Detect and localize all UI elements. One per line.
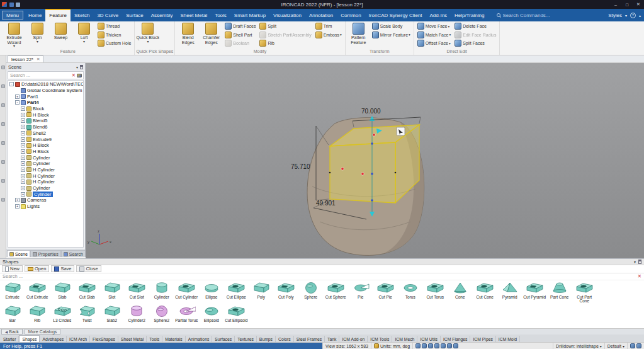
catalog-item-cut-slab[interactable]: Cut Slab bbox=[75, 281, 100, 305]
pan-icon[interactable] bbox=[441, 343, 446, 348]
expand-icon[interactable]: + bbox=[21, 156, 25, 160]
ribbon-collapse-icon[interactable] bbox=[639, 13, 641, 18]
viewport[interactable]: 70.000 75.710 49.901 x y z bbox=[86, 63, 644, 258]
panel-tab-properties[interactable]: Properties bbox=[30, 250, 61, 257]
catalog-tab-icm-add-on[interactable]: ICM Add-on bbox=[339, 336, 368, 342]
clear-search-icon[interactable] bbox=[72, 73, 76, 77]
expand-icon[interactable]: + bbox=[21, 149, 25, 154]
expand-icon[interactable]: + bbox=[21, 118, 25, 123]
catalog-item-cut-torus[interactable]: Cut Torus bbox=[423, 281, 448, 305]
mirror-feature-button[interactable]: Mirror Feature▾ bbox=[370, 31, 412, 40]
catalog-item-part-cone[interactable]: Part Cone bbox=[547, 281, 572, 305]
catalog-item-pie[interactable]: Pie bbox=[348, 281, 373, 305]
tree-item-h-cylinder[interactable]: +H Cylinder bbox=[8, 179, 83, 185]
expand-icon[interactable]: + bbox=[21, 192, 25, 197]
chamfer-edges-button[interactable]: Chamfer Edges bbox=[200, 22, 223, 49]
settings-icon[interactable] bbox=[1, 198, 5, 202]
new-catalog-button[interactable]: New bbox=[2, 265, 23, 272]
tree-item-h-block[interactable]: +H Block bbox=[8, 149, 83, 155]
tree-item-global-coordinate-system[interactable]: Global Coordinate System bbox=[8, 88, 83, 94]
zoom-in-icon[interactable] bbox=[422, 343, 427, 348]
dim-height-text[interactable]: 75.710 bbox=[291, 163, 310, 170]
catalog-item-pyramid[interactable]: Pyramid bbox=[497, 281, 523, 305]
catalog-item-cut-slot[interactable]: Cut Slot bbox=[125, 281, 150, 305]
menu-tab-tools[interactable]: Tools bbox=[211, 9, 230, 21]
units-value[interactable]: mm, deg bbox=[393, 344, 410, 348]
catalog-tab-textures[interactable]: Textures bbox=[235, 336, 257, 342]
menu-tab-menu[interactable]: Menu bbox=[2, 11, 23, 20]
display-mode-icon[interactable] bbox=[630, 343, 635, 348]
catalog-item-cylinder[interactable]: Cylinder bbox=[149, 281, 174, 305]
extrude-wizard-button[interactable]: Extrude Wizard▾ bbox=[3, 22, 26, 49]
chevron-down-icon[interactable] bbox=[634, 259, 636, 265]
menu-tab-sketch[interactable]: Sketch bbox=[71, 9, 93, 21]
catalog-item-sphere2[interactable]: Sphere2 bbox=[149, 304, 174, 328]
expand-icon[interactable]: + bbox=[21, 113, 25, 117]
expand-icon[interactable]: + bbox=[15, 198, 20, 202]
offset-face-button[interactable]: Offset Face▾ bbox=[415, 39, 453, 48]
catalog-item-slab2[interactable]: Slab2 bbox=[99, 304, 125, 328]
tree-item-blend5[interactable]: +Blend5 bbox=[8, 118, 83, 124]
catalog-tab-advshapes[interactable]: Advshapes bbox=[40, 336, 67, 342]
viewport-canvas[interactable]: 70.000 75.710 49.901 x y z bbox=[86, 63, 644, 258]
maximize-button[interactable]: □ bbox=[621, 0, 633, 9]
tree-item-part1[interactable]: +Part1 bbox=[8, 93, 83, 100]
tree-item-part4[interactable]: -Part4 bbox=[8, 100, 83, 106]
measure-icon[interactable] bbox=[1, 179, 5, 183]
catalog-tab-icm-tools[interactable]: ICM Tools bbox=[368, 336, 392, 342]
catalog-item-cut-part-cone[interactable]: Cut Part Cone bbox=[572, 281, 597, 305]
menu-tab-home[interactable]: Home bbox=[25, 9, 45, 21]
catalog-item-ellipse[interactable]: Ellipse bbox=[199, 281, 224, 305]
catalog-tab-surfaces[interactable]: Surfaces bbox=[212, 336, 235, 342]
expand-icon[interactable]: + bbox=[21, 180, 25, 184]
expand-icon[interactable]: + bbox=[21, 143, 25, 147]
catalog-tab-icm-pipes[interactable]: ICM Pipes bbox=[470, 336, 495, 342]
catalog-item-cone[interactable]: Cone bbox=[448, 281, 473, 305]
close-tab-icon[interactable]: ✕ bbox=[37, 57, 40, 62]
help-icon[interactable]: ? bbox=[630, 13, 636, 18]
catalog-tab-sheet-metal[interactable]: Sheet Metal bbox=[118, 336, 147, 342]
catalog-item-cut-ellipse[interactable]: Cut Ellipse bbox=[224, 281, 249, 305]
catalog-tab-tools[interactable]: Tools bbox=[147, 336, 162, 342]
catalog-tab-animations[interactable]: Animations bbox=[186, 336, 213, 342]
orbit-icon[interactable] bbox=[447, 343, 452, 348]
catalog-item-slot[interactable]: Slot bbox=[99, 281, 125, 305]
thread-button[interactable]: Thread bbox=[96, 22, 133, 31]
thicken-button[interactable]: Thicken bbox=[96, 31, 133, 40]
scale-body-button[interactable]: Scale Body bbox=[370, 22, 412, 31]
expand-icon[interactable]: + bbox=[21, 137, 25, 142]
expand-icon[interactable]: + bbox=[15, 94, 20, 99]
catalog-item-l3-circles[interactable]: L3 Circles bbox=[50, 304, 75, 328]
catalog-item-torus[interactable]: Torus bbox=[398, 281, 423, 305]
catalog-item-extrude[interactable]: Extrude bbox=[0, 281, 25, 305]
edge-handle[interactable] bbox=[329, 172, 331, 174]
catalog-item-cut-extrude[interactable]: Cut Extrude bbox=[25, 281, 50, 305]
edge-handle[interactable] bbox=[395, 172, 397, 174]
face-handle[interactable] bbox=[373, 134, 375, 136]
back-button[interactable]: Back bbox=[1, 329, 23, 335]
menu-tab-visualization[interactable]: Visualization bbox=[269, 9, 305, 21]
split-faces-button[interactable]: Split Faces bbox=[453, 39, 498, 48]
expand-icon[interactable]: + bbox=[21, 168, 25, 172]
catalog-item-cut-cone[interactable]: Cut Cone bbox=[473, 281, 498, 305]
collapse-icon[interactable]: - bbox=[9, 82, 14, 86]
selection-badge[interactable] bbox=[397, 127, 405, 135]
tree-item-cylinder[interactable]: +Cylinder bbox=[8, 154, 83, 161]
quick-undo-icon[interactable] bbox=[16, 3, 20, 7]
loft-button[interactable]: Loft▾ bbox=[72, 22, 96, 49]
catalog-item-slab[interactable]: Slab bbox=[50, 281, 75, 305]
catalog-item-rib[interactable]: Rib bbox=[25, 304, 50, 328]
menu-tab-smart-markup[interactable]: Smart Markup bbox=[230, 9, 269, 21]
pin-icon[interactable] bbox=[638, 260, 641, 264]
quick-block-button[interactable]: Quick Block▾ bbox=[136, 22, 159, 49]
trim-button[interactable]: Trim bbox=[314, 22, 344, 31]
zoom-icon[interactable] bbox=[1, 122, 5, 126]
move-face-button[interactable]: Move Face▾ bbox=[415, 22, 453, 31]
tree-item-cameras[interactable]: +Cameras bbox=[8, 197, 83, 203]
tree-item-shell2[interactable]: +Shell2 bbox=[8, 130, 83, 137]
catalog-tab-flexshapes[interactable]: FlexShapes bbox=[90, 336, 118, 342]
camera-icon[interactable] bbox=[1, 160, 5, 164]
face-handle[interactable] bbox=[361, 173, 364, 175]
look-at-icon[interactable] bbox=[453, 343, 458, 348]
render-style-selector[interactable]: Default bbox=[604, 343, 627, 349]
